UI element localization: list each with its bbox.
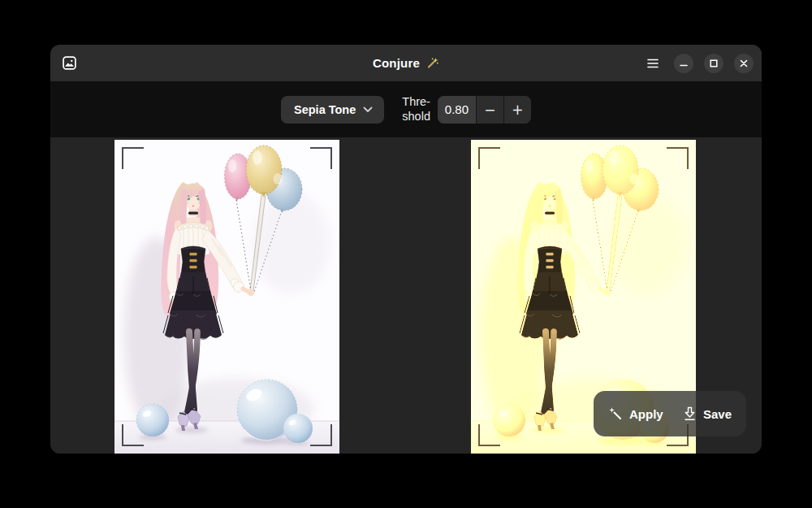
page-title: Conjure (373, 56, 420, 70)
preview-area: Apply Save (50, 137, 762, 454)
threshold-decrease-button[interactable]: − (477, 96, 503, 124)
original-image (114, 140, 339, 454)
filter-dropdown-label: Sepia Tone (294, 103, 356, 116)
window-controls (642, 53, 754, 74)
action-bar: Apply Save (594, 391, 746, 436)
maximize-button[interactable] (704, 54, 723, 73)
hamburger-menu-icon (648, 59, 658, 67)
titlebar: Conjure (50, 45, 762, 81)
threshold-label: Thre- shold (402, 95, 430, 123)
download-save-icon (683, 406, 697, 421)
minimize-button[interactable] (674, 54, 693, 73)
photo-image-icon (62, 56, 76, 71)
hamburger-menu-button[interactable] (642, 53, 663, 74)
maximize-icon (710, 59, 718, 67)
close-icon (740, 59, 748, 67)
close-button[interactable] (734, 54, 754, 73)
filter-toolbar: Sepia Tone Thre- shold 0.80 − + (50, 81, 762, 137)
chevron-down-icon (363, 106, 373, 113)
threshold-increase-button[interactable]: + (504, 96, 531, 124)
threshold-control: Thre- shold 0.80 − + (402, 95, 531, 123)
apply-button[interactable]: Apply (607, 402, 665, 426)
filter-dropdown[interactable]: Sepia Tone (281, 96, 384, 124)
minimize-icon (680, 59, 688, 67)
save-button[interactable]: Save (681, 402, 733, 426)
magic-wand-emoji-icon (425, 56, 439, 70)
app-window: Conjure (50, 45, 762, 454)
magic-wand-icon (608, 406, 623, 421)
threshold-spinbox: 0.80 − + (438, 96, 531, 124)
threshold-value[interactable]: 0.80 (438, 96, 476, 124)
original-artwork (114, 140, 339, 454)
